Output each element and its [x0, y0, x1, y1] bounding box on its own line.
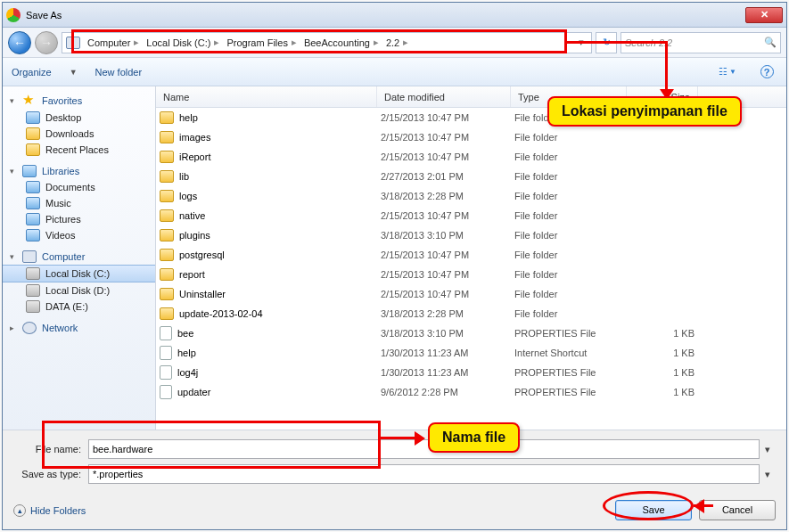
file-list[interactable]: help2/15/2013 10:47 PMFile folderimages2…	[156, 108, 786, 430]
file-row[interactable]: iReport2/15/2013 10:47 PMFile folder	[156, 147, 786, 167]
breadcrumb-segment: BeeAccounting▸	[300, 37, 382, 48]
file-name: bee	[177, 328, 193, 339]
back-button[interactable]: ←	[8, 31, 31, 54]
organize-menu[interactable]: Organize	[12, 67, 52, 78]
file-row[interactable]: Uninstaller2/15/2013 10:47 PMFile folder	[156, 284, 786, 304]
drive-icon	[26, 300, 40, 313]
sidebar-item-downloads[interactable]: Downloads	[3, 126, 155, 142]
filename-label: File name:	[13, 444, 88, 454]
chevron-right-icon: ▸	[374, 37, 379, 48]
folder-icon	[160, 151, 174, 163]
chevron-right-icon: ▸	[134, 37, 139, 48]
file-type: File folder	[514, 191, 630, 201]
hide-folders-toggle[interactable]: ▴ Hide Folders	[13, 504, 86, 517]
chevron-up-icon: ▴	[13, 504, 26, 517]
file-row[interactable]: bee3/18/2013 3:10 PMPROPERTIES File1 KB	[156, 323, 786, 343]
folder-icon	[160, 111, 174, 124]
help-button[interactable]: ?	[756, 64, 777, 80]
sidebar-libraries[interactable]: ▾Libraries	[3, 163, 155, 179]
file-type: File folder	[514, 250, 630, 260]
annotation-arrow	[567, 41, 668, 44]
file-name: postgresql	[179, 250, 225, 260]
pictures-icon	[26, 213, 40, 225]
file-name: native	[179, 210, 205, 221]
navigation-bar: ← → Computer▸ Local Disk (C:)▸ Program F…	[3, 28, 786, 58]
view-options-button[interactable]: ☷▼	[717, 64, 738, 80]
chevron-right-icon: ▸	[292, 37, 297, 48]
savetype-dropdown[interactable]: ▾	[760, 469, 776, 480]
help-icon: ?	[760, 65, 774, 78]
cancel-button[interactable]: Cancel	[699, 500, 776, 520]
file-name: iReport	[179, 151, 210, 162]
save-as-dialog: Save As ✕ ← → Computer▸ Local Disk (C:)▸…	[2, 2, 787, 530]
file-date: 1/30/2013 11:23 AM	[381, 367, 514, 378]
file-name: plugins	[179, 230, 210, 241]
breadcrumb[interactable]: Computer▸ Local Disk (C:)▸ Program Files…	[62, 32, 592, 53]
new-folder-button[interactable]: New folder	[95, 67, 143, 78]
view-icon: ☷	[719, 66, 727, 78]
sidebar-computer[interactable]: ▾Computer	[3, 249, 155, 265]
file-name: Uninstaller	[179, 289, 226, 299]
titlebar: Save As ✕	[3, 3, 786, 28]
file-size: 1 KB	[630, 387, 702, 397]
file-size: 1 KB	[630, 367, 702, 378]
sidebar-item-drive-d[interactable]: Local Disk (D:)	[3, 282, 155, 299]
sidebar-item-recent[interactable]: Recent Places	[3, 142, 155, 158]
file-name: update-2013-02-04	[179, 308, 263, 319]
file-row[interactable]: report2/15/2013 10:47 PMFile folder	[156, 265, 786, 284]
file-row[interactable]: help1/30/2013 11:23 AMInternet Shortcut1…	[156, 343, 786, 363]
file-row[interactable]: postgresql2/15/2013 10:47 PMFile folder	[156, 245, 786, 265]
folder-icon	[160, 307, 174, 320]
filename-dropdown[interactable]: ▾	[760, 444, 776, 455]
file-row[interactable]: log4j1/30/2013 11:23 AMPROPERTIES File1 …	[156, 363, 786, 382]
file-type: File folder	[514, 210, 630, 221]
file-row[interactable]: images2/15/2013 10:47 PMFile folder	[156, 127, 786, 147]
sidebar-item-pictures[interactable]: Pictures	[3, 211, 155, 227]
chevron-right-icon: ▸	[403, 37, 408, 48]
file-type: File folder	[514, 132, 630, 143]
file-type: File folder	[514, 289, 630, 299]
savetype-input[interactable]	[88, 464, 760, 484]
sidebar-item-drive-e[interactable]: DATA (E:)	[3, 299, 155, 315]
search-icon: 🔍	[764, 37, 777, 48]
column-date[interactable]: Date modified	[377, 86, 511, 107]
drive-icon	[26, 284, 40, 297]
forward-button[interactable]: →	[35, 31, 58, 54]
sidebar-favorites[interactable]: ▾★Favorites	[3, 92, 155, 110]
sidebar-item-videos[interactable]: Videos	[3, 227, 155, 243]
file-row[interactable]: logs3/18/2013 2:28 PMFile folder	[156, 186, 786, 206]
file-icon	[160, 346, 172, 360]
file-row[interactable]: updater9/6/2012 2:28 PMPROPERTIES File1 …	[156, 382, 786, 402]
savetype-label: Save as type:	[13, 469, 88, 479]
toolbar: Organize▼ New folder ☷▼ ?	[3, 58, 786, 86]
folder-icon	[160, 170, 174, 183]
sidebar-item-drive-c[interactable]: Local Disk (C:)	[3, 265, 155, 282]
sidebar-network[interactable]: ▸Network	[3, 320, 155, 336]
save-button[interactable]: Save	[615, 500, 692, 520]
file-row[interactable]: update-2013-02-043/18/2013 2:28 PMFile f…	[156, 304, 786, 323]
file-name: help	[177, 348, 196, 358]
file-type: PROPERTIES File	[514, 328, 630, 339]
file-row[interactable]: lib2/27/2013 2:01 PMFile folder	[156, 167, 786, 186]
file-date: 2/15/2013 10:47 PM	[381, 151, 514, 162]
network-icon	[22, 322, 37, 334]
breadcrumb-segment: Computer▸	[84, 37, 143, 48]
file-size: 1 KB	[630, 348, 702, 358]
sidebar-item-desktop[interactable]: Desktop	[3, 110, 155, 126]
file-type: File folder	[514, 151, 630, 162]
folder-icon	[160, 131, 174, 143]
computer-icon	[22, 250, 37, 263]
sidebar-item-music[interactable]: Music	[3, 195, 155, 211]
folder-icon	[26, 127, 40, 140]
file-date: 2/15/2013 10:47 PM	[381, 132, 514, 143]
file-date: 3/18/2013 2:28 PM	[381, 191, 514, 201]
file-date: 2/15/2013 10:47 PM	[381, 210, 514, 221]
documents-icon	[26, 181, 40, 193]
close-button[interactable]: ✕	[745, 7, 783, 23]
file-row[interactable]: plugins3/18/2013 3:10 PMFile folder	[156, 225, 786, 245]
column-name[interactable]: Name	[156, 86, 377, 107]
chevron-down-icon: ▼	[70, 68, 78, 77]
file-row[interactable]: native2/15/2013 10:47 PMFile folder	[156, 206, 786, 225]
file-date: 3/18/2013 3:10 PM	[381, 328, 514, 339]
sidebar-item-documents[interactable]: Documents	[3, 179, 155, 195]
